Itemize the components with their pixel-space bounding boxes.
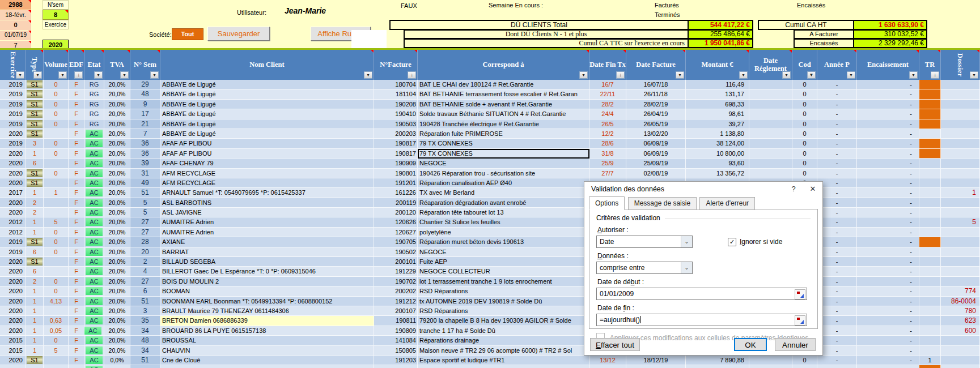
cell-nom[interactable]: AFM RECYCLAGE — [160, 169, 374, 178]
cell-ap[interactable]: - — [817, 119, 857, 129]
cell-tr[interactable] — [919, 80, 941, 89]
cell-ap[interactable]: - — [817, 217, 857, 227]
cell-fact[interactable]: 190503 — [374, 119, 418, 129]
cell-tva[interactable]: 20,0% — [104, 139, 130, 148]
cell-etat[interactable]: RG — [84, 80, 104, 89]
cell-vol[interactable]: 0 — [44, 119, 69, 129]
cell-dossier[interactable] — [941, 149, 980, 159]
cell-etat[interactable]: AC — [84, 169, 104, 178]
cell-cod[interactable]: 0 — [792, 139, 817, 148]
cell-tva[interactable]: 20,0% — [104, 169, 130, 178]
cell-etat[interactable]: RG — [84, 100, 104, 109]
cell-sem[interactable]: 5 — [130, 208, 160, 217]
cell-edf[interactable]: F — [69, 326, 84, 336]
cell-corr[interactable]: RSD Réparations — [418, 286, 589, 296]
cell-fin[interactable]: 16/7 — [589, 80, 626, 89]
cell-enc[interactable]: - — [857, 178, 919, 188]
cell-ap[interactable]: - — [817, 228, 857, 237]
filter-tr-button[interactable]: ↓ — [931, 71, 939, 79]
cell-fact[interactable]: 190817 — [374, 149, 418, 159]
cell-enc[interactable]: - — [857, 306, 919, 316]
cell-etat[interactable]: AC — [84, 149, 104, 159]
cell-edf[interactable]: F — [69, 336, 84, 345]
cell-tr[interactable] — [919, 365, 941, 368]
cell-ex[interactable]: 2012 — [0, 217, 26, 227]
cell-type[interactable]: S1 — [26, 119, 44, 129]
cell-ap[interactable]: - — [817, 169, 857, 178]
cell-ex[interactable]: 2020 — [0, 306, 26, 316]
cell-ex[interactable]: 2020 — [0, 169, 26, 178]
clear-all-button[interactable]: Effacer tout — [590, 338, 640, 351]
dialog-titlebar[interactable]: Validation des données ? ✕ — [584, 182, 822, 196]
cell-ap[interactable]: - — [817, 247, 857, 257]
cell-tr[interactable] — [919, 178, 941, 188]
collapse-dialog-icon[interactable] — [795, 315, 805, 326]
cell-fact[interactable]: 190809 — [374, 326, 418, 336]
cell-edf[interactable]: F — [69, 208, 84, 217]
cell-ex[interactable]: 2015 — [0, 346, 26, 356]
cell-dreg[interactable] — [749, 100, 792, 109]
cell-etat[interactable]: AC — [84, 159, 104, 168]
cell-tr[interactable] — [919, 109, 941, 119]
cell-corr[interactable]: BAT LE CHAI dev 180124 # Ret.Garantie — [418, 80, 589, 89]
cell-sem[interactable]: 34 — [130, 346, 160, 356]
cell-fact[interactable]: 200107 — [374, 306, 418, 316]
cell-sem[interactable] — [130, 365, 160, 368]
cell-vol[interactable]: 0 — [44, 277, 69, 286]
cell-sem[interactable]: 35 — [130, 316, 160, 326]
cell-dossier[interactable] — [941, 257, 980, 267]
cell-etat[interactable]: AC — [84, 336, 104, 345]
cell-nom[interactable]: AXIANE — [160, 237, 374, 247]
cell-etat[interactable]: AC — [84, 257, 104, 267]
cell-dossier[interactable] — [941, 277, 980, 286]
cell-fact[interactable]: 190702 — [374, 277, 418, 286]
cell-nom[interactable]: AFAF AF PLIBOU — [160, 139, 374, 148]
cell-dfact[interactable]: 06/09/19 — [626, 149, 686, 159]
ok-button[interactable]: OK — [734, 338, 767, 351]
cell-corr[interactable]: BAT BETHANIE terrassement fosse escalier… — [418, 89, 589, 99]
cell-tr[interactable] — [919, 228, 941, 237]
filter-fact-button[interactable]: ↓ — [408, 71, 416, 79]
cell-edf[interactable]: F — [69, 100, 84, 109]
cell-edf[interactable]: F — [69, 356, 84, 365]
cell-nom[interactable]: BRAULT Maurice 79 THENEZAY 0611484306 — [160, 306, 374, 316]
cell-dfact[interactable] — [626, 365, 686, 368]
cell-tva[interactable] — [104, 365, 130, 368]
cell-type[interactable]: 1 — [26, 286, 44, 296]
save-button[interactable]: Sauvegarder — [207, 27, 270, 41]
filter-corr-button[interactable]: ▾ — [579, 71, 588, 79]
cell-sem[interactable]: 2 — [130, 257, 160, 267]
cell-fact[interactable]: 190817 — [374, 139, 418, 148]
cell-dossier[interactable] — [941, 228, 980, 237]
cell-ex[interactable]: 2019 — [0, 89, 26, 99]
filter-fin-button[interactable]: ↓ — [616, 71, 625, 79]
cell-tr[interactable] — [919, 286, 941, 296]
cell-vol[interactable] — [44, 306, 69, 316]
cell-nom[interactable]: BOIS DU MOULIN 2 — [160, 277, 374, 286]
cell-edf[interactable]: F — [69, 257, 84, 267]
cell-enc[interactable]: - — [857, 188, 919, 198]
cell-tva[interactable]: 20,0% — [104, 267, 130, 276]
cell-fact[interactable]: 161226 — [374, 188, 418, 198]
cell-corr[interactable]: Espace sportif et ludique #TR1 — [418, 356, 589, 365]
cell-fact[interactable]: 190909 — [374, 159, 418, 168]
cell-ex[interactable]: 2017 — [0, 188, 26, 198]
cell-dossier[interactable]: 600 — [941, 326, 980, 336]
cell-dfact[interactable]: 06/09/19 — [626, 139, 686, 148]
selected-cell[interactable]: 79 TX CONNEXES — [418, 149, 589, 159]
cell-ap[interactable]: - — [817, 80, 857, 89]
cell-edf[interactable]: F — [69, 217, 84, 227]
cell-dossier[interactable]: 774 — [941, 286, 980, 296]
cell-tr[interactable] — [919, 149, 941, 159]
cell-tr[interactable] — [919, 139, 941, 148]
cell-fact[interactable]: 181104 — [374, 89, 418, 99]
cell-sem[interactable]: 27 — [130, 277, 160, 286]
cell-sem[interactable]: 27 — [130, 228, 160, 237]
cell-vol[interactable]: 0 — [44, 139, 69, 148]
cell-type[interactable]: S1 — [26, 169, 44, 178]
encaisses-value[interactable]: 2 329 292,46 € — [853, 38, 927, 48]
filter-nom-button[interactable]: ▾ — [364, 71, 372, 79]
cell-tr[interactable] — [919, 277, 941, 286]
cell-tva[interactable]: 0,0% — [104, 356, 130, 365]
cell-fact[interactable]: 190208 — [374, 100, 418, 109]
